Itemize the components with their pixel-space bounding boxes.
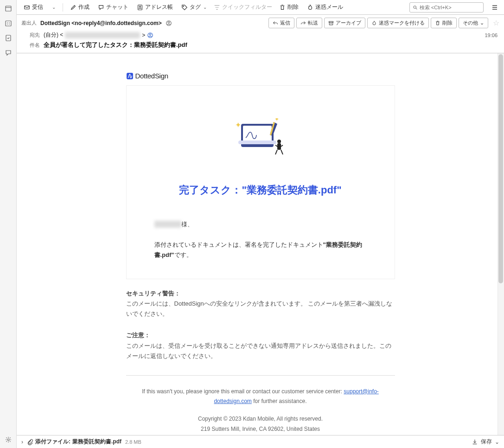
- chat-icon[interactable]: [4, 48, 13, 58]
- addressbook-label: アドレス帳: [145, 3, 173, 11]
- attach-label: 添付ファイル:: [35, 438, 70, 446]
- archive-button[interactable]: アーカイブ: [324, 18, 365, 28]
- calendar-icon[interactable]: [4, 19, 13, 28]
- from-name: DottedSign: [40, 20, 70, 26]
- svg-point-8: [414, 6, 416, 8]
- copyright: Copyright © 2023 Kdan Mobile, All rights…: [126, 414, 395, 424]
- dottedsign-logo-icon: [126, 72, 134, 80]
- search-box[interactable]: [409, 2, 484, 13]
- flame-icon: [307, 4, 313, 11]
- greeting: xxxxxxxxx様、: [154, 220, 367, 229]
- svg-rect-0: [6, 6, 11, 11]
- notice-body: このメールは、受信メールを受け取ることができない通知専用アドレスから送信されまし…: [126, 341, 395, 361]
- contact-icon[interactable]: [166, 20, 172, 26]
- svg-rect-4: [25, 6, 30, 9]
- junk-button[interactable]: 迷惑メール: [304, 1, 346, 13]
- email-footer: If this wasn't you, please ignore this e…: [126, 387, 395, 435]
- svg-rect-17: [238, 141, 276, 144]
- mark-junk-button[interactable]: 迷惑マークを付ける: [367, 18, 429, 28]
- header-delete-label: 削除: [442, 19, 453, 26]
- recipient-name-redacted: xxxxxxxxx: [154, 221, 182, 228]
- receive-button[interactable]: 受信: [20, 1, 46, 13]
- tag-button[interactable]: タグ⌄: [178, 1, 210, 13]
- email-title: 完了タスク："業務委託契約書.pdf": [154, 183, 367, 197]
- forward-icon: [300, 20, 306, 26]
- tag-icon: [181, 4, 188, 11]
- junk-label: 迷惑メール: [315, 3, 343, 11]
- filter-icon: [214, 4, 220, 11]
- paperclip-icon: [27, 439, 33, 445]
- delete-button[interactable]: 削除: [276, 1, 302, 13]
- receive-dropdown[interactable]: ⌄: [48, 3, 59, 12]
- reply-label: 返信: [280, 19, 290, 26]
- svg-point-13: [150, 33, 152, 35]
- subject-label: 件名: [21, 42, 40, 49]
- scrollbar[interactable]: [498, 53, 504, 435]
- brand-name: DottedSign: [135, 72, 168, 80]
- svg-point-7: [183, 6, 184, 6]
- left-rail: [0, 0, 17, 448]
- svg-rect-2: [6, 35, 11, 41]
- email-body-text: 添付されているドキュメントは、署名を完了したドキュメント"業務委託契約書.pdf…: [154, 240, 367, 260]
- scroll-thumb[interactable]: [498, 54, 503, 283]
- tasks-icon[interactable]: [4, 33, 13, 43]
- contact-icon[interactable]: [147, 32, 153, 38]
- save-dropdown[interactable]: ⌄: [495, 439, 499, 445]
- archive-icon: [328, 20, 334, 26]
- attachment-bar: › 添付ファイル: 業務委託契約書.pdf 2.8 MB 保存 ⌄: [17, 435, 504, 448]
- archive-label: アーカイブ: [336, 19, 361, 26]
- attach-size: 2.8 MB: [125, 439, 141, 445]
- svg-point-3: [7, 439, 9, 441]
- tag-label: タグ: [190, 3, 201, 11]
- search-input[interactable]: [420, 5, 480, 10]
- subject-value: 全員が署名して完了したタスク：業務委託契約書.pdf: [44, 41, 187, 49]
- attach-filename: 業務委託契約書.pdf: [72, 438, 121, 446]
- quickfilter-label: クイックフィルター: [222, 3, 272, 11]
- from-value: DottedSign <no-reply4@info.dottedsign.co…: [40, 20, 162, 26]
- header-delete-button[interactable]: 削除: [431, 18, 457, 28]
- footer-post: for further assistance.: [252, 398, 307, 404]
- svg-rect-16: [243, 126, 272, 142]
- other-label: その他: [463, 19, 478, 26]
- calendar-today-icon[interactable]: [4, 4, 13, 13]
- email-notes: セキュリティ警告： このメールには、DottedSignへの安全なリンクが含まれ…: [126, 288, 395, 435]
- from-email: <no-reply4@info.dottedsign.com>: [71, 20, 161, 26]
- search-icon: [413, 5, 418, 10]
- save-button[interactable]: 保存: [481, 438, 492, 446]
- signature-illustration: ✦ ✦: [228, 118, 293, 155]
- footer-pre: If this wasn't you, please ignore this e…: [142, 388, 344, 395]
- expand-attachments-button[interactable]: ›: [21, 439, 23, 445]
- settings-gear-icon[interactable]: [4, 435, 13, 444]
- flame-icon: [371, 20, 377, 26]
- download-icon[interactable]: [472, 439, 478, 445]
- svg-rect-1: [6, 21, 11, 26]
- other-button[interactable]: その他⌄: [459, 18, 488, 28]
- addressbook-button[interactable]: アドレス帳: [134, 1, 176, 13]
- compose-button[interactable]: 作成: [67, 1, 93, 13]
- hamburger-icon: [491, 4, 498, 11]
- quickfilter-button[interactable]: クイックフィルター: [212, 3, 274, 11]
- app-menu-button[interactable]: [489, 2, 500, 13]
- chat-button[interactable]: チャット: [95, 1, 132, 13]
- notice-title: ご注意：: [126, 330, 395, 340]
- greeting-suffix: 様、: [181, 221, 193, 228]
- to-value: (自分) <xxxxxxxxxxxxxxxxxxxxxxxxxxx>: [44, 31, 153, 39]
- attachment-item[interactable]: 添付ファイル: 業務委託契約書.pdf 2.8 MB: [27, 438, 141, 446]
- to-suffix: >: [142, 32, 145, 38]
- chat-label: チャット: [106, 3, 128, 11]
- body-post: です。: [174, 251, 192, 258]
- svg-point-18: [277, 140, 281, 143]
- star-icon[interactable]: ☆: [493, 19, 499, 27]
- company-address: 219 Sutters Mill, Irvine, CA 92602, Unit…: [126, 424, 395, 435]
- chat-bubble-icon: [98, 4, 104, 11]
- main-toolbar: 受信 ⌄ 作成 チャット アドレス帳 タグ⌄ クイックフィルター: [17, 0, 504, 15]
- trash-icon: [279, 4, 286, 11]
- mark-junk-label: 迷惑マークを付ける: [379, 19, 425, 26]
- message-header: 差出人 DottedSign <no-reply4@info.dottedsig…: [17, 15, 504, 53]
- reply-button[interactable]: 返信: [268, 18, 294, 28]
- to-prefix: (自分) <: [44, 31, 63, 39]
- svg-rect-11: [329, 21, 333, 22]
- svg-rect-14: [127, 73, 133, 79]
- forward-button[interactable]: 転送: [296, 18, 322, 28]
- security-title: セキュリティ警告：: [126, 288, 395, 299]
